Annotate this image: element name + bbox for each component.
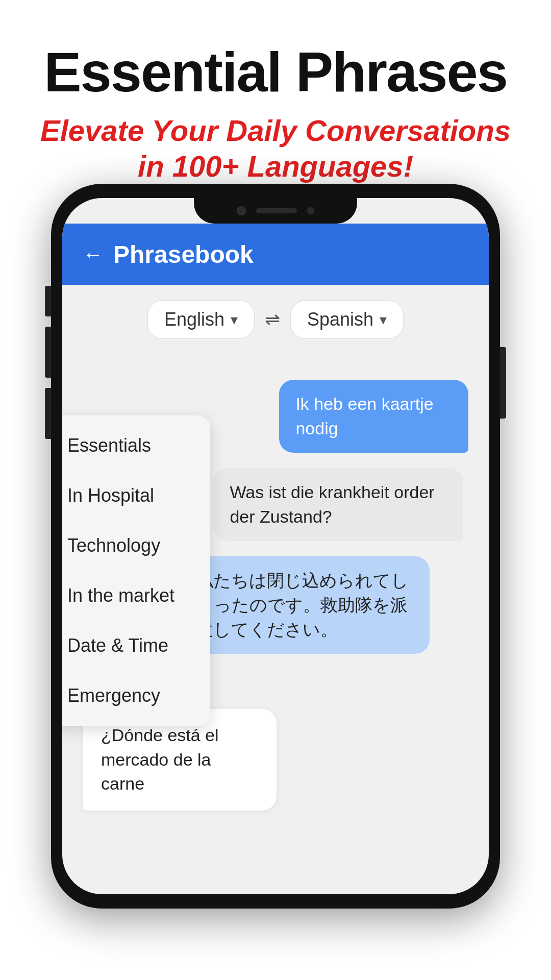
- target-language-button[interactable]: Spanish ▾: [290, 300, 404, 339]
- back-button[interactable]: ←: [83, 243, 103, 266]
- swap-language-button[interactable]: ⇌: [265, 309, 280, 330]
- silent-button: [45, 388, 51, 439]
- dropdown-item-emergency[interactable]: Emergency: [62, 671, 210, 721]
- phone-notch: [194, 198, 357, 224]
- app-content: Essentials In Hospital Technology In the…: [62, 354, 489, 851]
- category-dropdown-menu: Essentials In Hospital Technology In the…: [62, 415, 210, 726]
- chat-bubble-3: 私たちは閉じ込められてしまったのです。救助隊を派遣してください。: [180, 556, 430, 654]
- sensor: [307, 207, 314, 214]
- dropdown-item-essentials[interactable]: Essentials: [62, 421, 210, 471]
- header-section: Essential Phrases Elevate Your Daily Con…: [0, 0, 551, 204]
- chat-bubble-1: Ik heb een kaartje nodig: [279, 380, 468, 453]
- dropdown-item-in-the-market[interactable]: In the market: [62, 571, 210, 621]
- language-selector-row: English ▾ ⇌ Spanish ▾: [62, 285, 489, 354]
- target-language-chevron: ▾: [380, 311, 387, 328]
- phone-mockup: ← Phrasebook English ▾ ⇌ Spanish ▾: [51, 184, 500, 939]
- app-title: Phrasebook: [113, 240, 254, 268]
- volume-down-button: [45, 286, 51, 316]
- source-language-label: English: [164, 309, 224, 330]
- volume-up-button: [45, 327, 51, 378]
- dropdown-item-technology[interactable]: Technology: [62, 521, 210, 571]
- main-title: Essential Phrases: [31, 41, 520, 103]
- target-language-label: Spanish: [307, 309, 373, 330]
- source-language-chevron: ▾: [231, 311, 238, 328]
- dropdown-item-date-time[interactable]: Date & Time: [62, 621, 210, 671]
- subtitle: Elevate Your Daily Conversations in 100+…: [31, 113, 520, 184]
- phone-screen: ← Phrasebook English ▾ ⇌ Spanish ▾: [62, 198, 489, 894]
- dropdown-item-in-hospital[interactable]: In Hospital: [62, 471, 210, 521]
- source-language-button[interactable]: English ▾: [147, 300, 255, 339]
- phone-frame: ← Phrasebook English ▾ ⇌ Spanish ▾: [51, 184, 500, 909]
- front-camera: [237, 206, 246, 215]
- power-button: [500, 347, 506, 419]
- speaker: [256, 208, 297, 213]
- app-header: ← Phrasebook: [62, 224, 489, 285]
- chat-bubble-2: Was ist die krankheit order der Zustand?: [213, 468, 463, 541]
